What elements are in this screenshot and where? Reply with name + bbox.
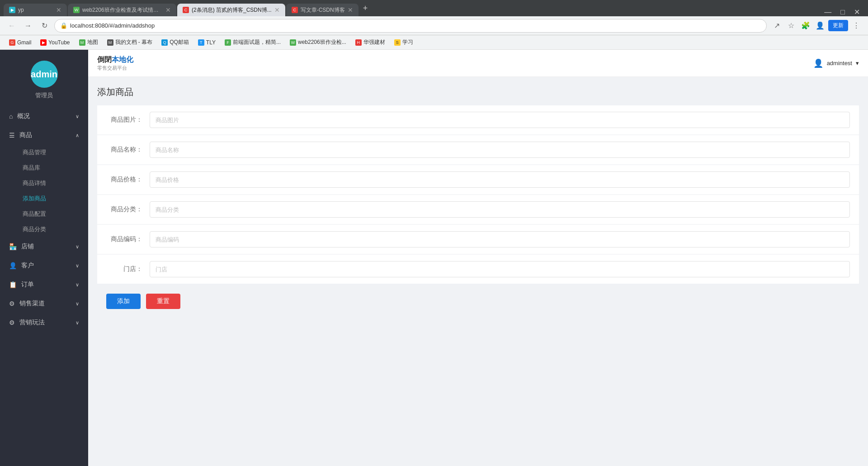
label-product-name: 商品名称： xyxy=(106,146,142,154)
sidebar-item-label-sales: 销售渠道 xyxy=(19,300,45,308)
sidebar-item-customer-left: 👤 客户 xyxy=(9,262,34,270)
forward-button[interactable]: → xyxy=(22,19,34,32)
input-product-image[interactable] xyxy=(150,112,850,128)
tab-favicon-yp: ▶ xyxy=(9,7,15,13)
avatar: admin xyxy=(31,61,58,88)
sidebar-item-label-store: 店铺 xyxy=(21,243,34,251)
maximize-button[interactable]: □ xyxy=(838,8,848,16)
reload-button[interactable]: ↻ xyxy=(38,19,51,32)
tab-close-csdn2[interactable]: ✕ xyxy=(348,6,353,14)
sidebar-item-label-order: 订单 xyxy=(21,281,34,289)
label-store: 门店： xyxy=(106,265,142,273)
marketing-icon: ⚙ xyxy=(9,319,15,326)
add-button[interactable]: 添加 xyxy=(106,294,141,309)
input-product-code[interactable] xyxy=(150,231,850,247)
sidebar: admin 管理员 ⌂ 概况 ∨ ☰ 商品 xyxy=(0,50,88,466)
form-row-product-name: 商品名称： xyxy=(97,135,859,164)
bookmarks-bar: G Gmail ▶ YouTube M 地图 M 我的文档 - 幕布 Q QQ邮… xyxy=(0,35,868,50)
sidebar-item-sales[interactable]: ⚙ 销售渠道 ∨ xyxy=(0,294,88,313)
tab-close-csdn1[interactable]: ✕ xyxy=(274,6,280,14)
sidebar-item-store-left: 🏪 店铺 xyxy=(9,243,34,251)
tab-yp[interactable]: ▶ yp ✕ xyxy=(4,4,67,16)
input-product-price[interactable] xyxy=(150,171,850,188)
sidebar-item-order[interactable]: 📋 订单 ∨ xyxy=(0,275,88,294)
tab-label-csdn1: (2条消息) 茁贰的博客_CSDN博... xyxy=(192,6,272,14)
chevron-down-icon-marketing: ∨ xyxy=(75,320,79,326)
form-card: 商品图片： 商品名称： 商品价格： 商品分类： xyxy=(97,105,859,284)
bookmark-icon[interactable]: ☆ xyxy=(785,19,797,32)
tab-favicon-web2206: W xyxy=(73,7,80,13)
sidebar-item-label-products: 商品 xyxy=(19,131,32,139)
bookmark-gmail[interactable]: G Gmail xyxy=(5,38,35,47)
bookmark-favicon-huaqiang: H xyxy=(355,39,362,46)
user-icon: 👤 xyxy=(813,58,823,68)
sidebar-sub-item-product-manage[interactable]: 商品管理 xyxy=(0,145,88,160)
bookmark-qq[interactable]: Q QQ邮箱 xyxy=(158,38,193,47)
sidebar-sub-item-add-product[interactable]: 添加商品 xyxy=(0,191,88,206)
reset-button[interactable]: 重置 xyxy=(146,294,180,309)
input-store[interactable] xyxy=(150,261,850,277)
order-icon: 📋 xyxy=(9,281,17,288)
label-product-price: 商品价格： xyxy=(106,176,142,184)
close-button[interactable]: ✕ xyxy=(851,8,863,16)
form-row-product-price: 商品价格： xyxy=(97,165,859,194)
new-tab-button[interactable]: + xyxy=(359,4,372,13)
share-icon[interactable]: ↗ xyxy=(770,19,783,32)
tab-csdn2[interactable]: C 写文章-CSDN博客 ✕ xyxy=(286,4,359,16)
browser-titlebar: ▶ yp ✕ W web2206班作业检查及考试情况... ✕ C (2条消息)… xyxy=(0,0,868,16)
browser-toolbar: ← → ↻ 🔒 localhost:8080/#/admin/addshop ↗… xyxy=(0,16,868,35)
sidebar-sub-item-product-config[interactable]: 商品配置 xyxy=(0,206,88,222)
bookmark-favicon-tly: T xyxy=(198,39,204,46)
bookmark-youtube[interactable]: ▶ YouTube xyxy=(37,38,73,47)
bookmark-web2206[interactable]: W web2206班作业检... xyxy=(286,38,350,47)
extensions-icon[interactable]: 🧩 xyxy=(799,19,812,32)
bookmark-label-gmail: Gmail xyxy=(17,39,31,46)
avatar-text: admin xyxy=(31,69,57,80)
sidebar-sub-item-product-detail[interactable]: 商品详情 xyxy=(0,176,88,191)
sidebar-item-order-left: 📋 订单 xyxy=(9,281,34,289)
back-button[interactable]: ← xyxy=(5,19,18,32)
logo-text-blue: 本地化 xyxy=(112,56,133,63)
sidebar-item-store[interactable]: 🏪 店铺 ∨ xyxy=(0,237,88,256)
address-bar[interactable]: 🔒 localhost:8080/#/admin/addshop xyxy=(54,19,767,33)
bookmark-frontend[interactable]: F 前端面试题，精简... xyxy=(221,38,284,47)
chevron-down-icon-store: ∨ xyxy=(75,244,79,250)
bookmark-tly[interactable]: T TLY xyxy=(194,38,219,47)
sidebar-item-label-customer: 客户 xyxy=(21,262,34,270)
user-name: admintest xyxy=(827,60,852,67)
bookmark-label-frontend: 前端面试题，精简... xyxy=(233,38,281,46)
sidebar-item-marketing[interactable]: ⚙ 营销玩法 ∨ xyxy=(0,313,88,332)
sidebar-nav: ⌂ 概况 ∨ ☰ 商品 ∧ 商品管理 商品库 商品详情 添加商品 商 xyxy=(0,107,88,466)
sidebar-item-customer[interactable]: 👤 客户 ∨ xyxy=(0,256,88,275)
sidebar-item-overview[interactable]: ⌂ 概况 ∨ xyxy=(0,107,88,126)
tab-close-web2206[interactable]: ✕ xyxy=(165,6,171,14)
header-user[interactable]: 👤 admintest ▾ xyxy=(813,58,859,68)
sidebar-sub-item-product-category[interactable]: 商品分类 xyxy=(0,222,88,237)
sidebar-item-overview-left: ⌂ 概况 xyxy=(9,112,30,120)
label-product-category: 商品分类： xyxy=(106,205,142,214)
sidebar-item-products[interactable]: ☰ 商品 ∧ xyxy=(0,126,88,145)
bookmark-favicon-web2206-bm: W xyxy=(290,39,296,46)
profile-icon[interactable]: 👤 xyxy=(814,19,826,32)
minimize-button[interactable]: — xyxy=(821,8,834,16)
sidebar-admin-area: admin 管理员 xyxy=(0,50,88,107)
user-chevron: ▾ xyxy=(856,60,859,67)
bookmark-mubu[interactable]: M 我的文档 - 幕布 xyxy=(104,38,156,47)
form-row-store: 门店： xyxy=(97,255,859,284)
update-button[interactable]: 更新 xyxy=(828,20,848,31)
input-product-name[interactable] xyxy=(150,142,850,158)
tab-web2206[interactable]: W web2206班作业检查及考试情况... ✕ xyxy=(68,4,176,16)
sidebar-item-label-marketing: 营销玩法 xyxy=(19,319,45,327)
app-container: admin 管理员 ⌂ 概况 ∨ ☰ 商品 xyxy=(0,50,868,466)
chevron-up-icon: ∧ xyxy=(75,133,79,138)
bookmark-study[interactable]: S 学习 xyxy=(391,38,417,47)
menu-icon[interactable]: ⋮ xyxy=(850,19,863,32)
bookmark-label-tly: TLY xyxy=(206,39,216,46)
sidebar-sub-item-product-warehouse[interactable]: 商品库 xyxy=(0,160,88,176)
bookmark-map[interactable]: M 地图 xyxy=(75,38,102,47)
input-product-category[interactable] xyxy=(150,201,850,218)
bookmark-huaqiang[interactable]: H 华强建材 xyxy=(352,38,389,47)
sales-icon: ⚙ xyxy=(9,300,15,307)
tab-csdn1[interactable]: C (2条消息) 茁贰的博客_CSDN博... ✕ xyxy=(177,4,285,16)
tab-close-yp[interactable]: ✕ xyxy=(56,6,61,14)
